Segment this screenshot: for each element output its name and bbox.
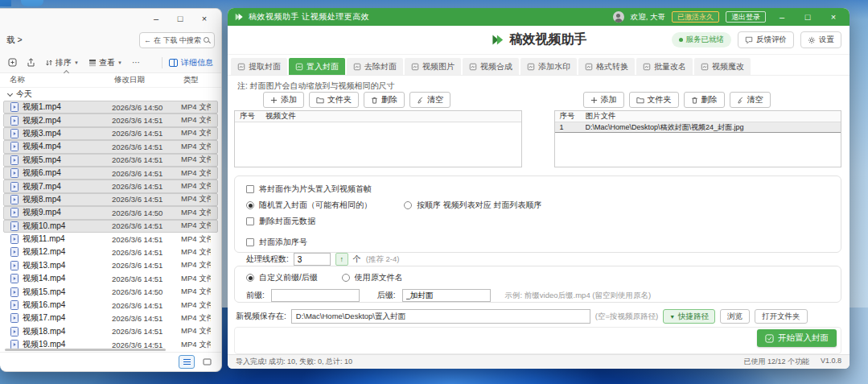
file-row[interactable]: 视频1.mp4 2026/3/6 14:50 MP4 文件: [3, 101, 218, 114]
search-icon: [204, 37, 210, 43]
gear-icon: [808, 36, 816, 44]
folder-button[interactable]: 文件夹: [309, 92, 359, 108]
trash-button[interactable]: 删除: [364, 92, 405, 108]
file-row[interactable]: 视频12.mp4 2026/3/6 14:51 MP4 文件: [3, 246, 218, 258]
file-row[interactable]: 视频13.mp4 2026/3/6 14:51 MP4 文件: [3, 259, 218, 272]
folder-button[interactable]: 文件夹: [629, 92, 679, 108]
tab[interactable]: 视频图片: [405, 58, 461, 75]
column-name[interactable]: 名称: [10, 75, 114, 85]
file-date: 2026/3/6 14:51: [112, 142, 181, 151]
file-row[interactable]: 视频2.mp4 2026/3/6 14:51 MP4 文件: [3, 114, 218, 126]
browse-button[interactable]: 浏览: [720, 309, 750, 324]
clear-button[interactable]: 清空: [730, 92, 771, 108]
file-row[interactable]: 视频20.mp4 2026/3/6 14:51 MP4 文件: [3, 351, 218, 352]
tab[interactable]: 视频合成: [463, 58, 519, 75]
file-date: 2026/3/6 14:51: [112, 182, 181, 191]
logout-button[interactable]: 退出登录: [726, 11, 766, 23]
details-toggle[interactable]: 详细信息: [162, 57, 213, 68]
open-folder-button[interactable]: 打开文件夹: [755, 309, 808, 324]
quick-path-button[interactable]: ▼ 快捷路径: [663, 309, 715, 324]
tab-icon: [295, 63, 303, 71]
tab[interactable]: 去除封面: [347, 58, 403, 75]
remove-metadata-checkbox[interactable]: [246, 217, 254, 225]
sort-button[interactable]: 排序 ▼: [45, 57, 79, 68]
license-badge[interactable]: 已激活永久: [672, 11, 719, 23]
column-type[interactable]: 类型: [183, 75, 212, 85]
random-insert-radio[interactable]: [246, 201, 254, 209]
app-minimize-button[interactable]: –: [772, 12, 792, 22]
tab-label: 视频魔改: [712, 61, 744, 72]
video-table-body[interactable]: [235, 122, 521, 167]
clear-icon: [737, 97, 744, 104]
new-icon[interactable]: [8, 58, 17, 67]
suffix-input[interactable]: [402, 289, 491, 302]
service-status-badge: 服务已就绪: [672, 32, 732, 47]
search-back-icon: ←: [144, 36, 151, 44]
plus-button[interactable]: 添加: [263, 92, 304, 108]
view-button[interactable]: 查看 ▼: [88, 57, 122, 68]
save-path-input[interactable]: [291, 309, 590, 324]
file-row[interactable]: 视频15.mp4 2026/3/6 14:50 MP4 文件: [3, 285, 218, 298]
image-table-row[interactable]: 1 D:\Mac\Home\Desktop\稿效封面\视频24_封面.jpg: [555, 122, 841, 133]
file-row[interactable]: 视频6.mp4 2026/3/6 14:51 MP4 文件: [3, 167, 218, 180]
file-row[interactable]: 视频3.mp4 2026/3/6 14:51 MP4 文件: [3, 127, 218, 140]
tab[interactable]: 提取封面: [231, 58, 287, 75]
app-close-button[interactable]: ×: [824, 12, 843, 22]
settings-button[interactable]: 设置: [800, 31, 841, 48]
thumbnail-view-toggle[interactable]: [199, 355, 215, 369]
file-row[interactable]: 视频9.mp4 2026/3/6 14:50 MP4 文件: [3, 206, 218, 219]
column-date[interactable]: 修改日期: [114, 75, 183, 85]
settings-label: 设置: [819, 35, 834, 45]
thread-count-input[interactable]: [294, 253, 331, 266]
video-file-icon: [10, 247, 19, 257]
custom-affix-radio[interactable]: [246, 274, 254, 282]
original-name-radio[interactable]: [342, 274, 350, 282]
tab[interactable]: 置入封面: [289, 58, 345, 75]
thread-up-button[interactable]: ↑: [335, 253, 348, 266]
panel-button-label: 删除: [381, 94, 397, 105]
explorer-search-box[interactable]: ← 在 下载 中搜索: [139, 32, 215, 48]
status-dot-icon: [679, 38, 683, 42]
breadcrumb[interactable]: 载 >: [6, 35, 23, 46]
horizontal-scrollbar[interactable]: [5, 349, 166, 351]
file-row[interactable]: 视频5.mp4 2026/3/6 14:51 MP4 文件: [3, 154, 218, 167]
share-icon[interactable]: [27, 58, 35, 67]
image-table-body[interactable]: 1 D:\Mac\Home\Desktop\稿效封面\视频24_封面.jpg: [555, 122, 841, 167]
file-row[interactable]: 视频8.mp4 2026/3/6 14:51 MP4 文件: [3, 193, 218, 206]
file-row[interactable]: 视频11.mp4 2026/3/6 14:51 MP4 文件: [3, 233, 218, 246]
cover-index-checkbox[interactable]: [246, 238, 254, 246]
tab[interactable]: 添加水印: [520, 58, 577, 75]
app-maximize-button[interactable]: □: [798, 12, 817, 22]
image-col-index: 序号: [555, 111, 586, 122]
video-file-icon: [10, 261, 19, 270]
explorer-maximize-button[interactable]: □: [168, 10, 192, 27]
video-col-file: 视频文件: [265, 111, 521, 122]
tab[interactable]: 视频魔改: [694, 58, 751, 75]
file-row[interactable]: 视频4.mp4 2026/3/6 14:51 MP4 文件: [3, 140, 218, 153]
tab[interactable]: 批量改名: [636, 58, 693, 75]
order-insert-radio[interactable]: [404, 201, 412, 209]
video-file-icon: [10, 221, 19, 231]
prefix-input[interactable]: [271, 289, 360, 302]
file-row[interactable]: 视频10.mp4 2026/3/6 14:51 MP4 文件: [3, 220, 218, 233]
file-row[interactable]: 视频14.mp4 2026/3/6 14:51 MP4 文件: [3, 272, 218, 285]
tab[interactable]: 格式转换: [578, 58, 635, 75]
file-row[interactable]: 视频7.mp4 2026/3/6 14:51 MP4 文件: [3, 180, 218, 192]
clear-button[interactable]: 清空: [409, 92, 450, 108]
file-row[interactable]: 视频16.mp4 2026/3/6 14:51 MP4 文件: [3, 299, 218, 312]
file-row[interactable]: 视频18.mp4 2026/3/6 14:51 MP4 文件: [3, 325, 218, 338]
group-header-today[interactable]: 今天: [0, 88, 221, 101]
explorer-address-bar: 载 > ← 在 下载 中搜索: [0, 28, 221, 52]
file-date: 2026/3/6 14:51: [112, 221, 181, 230]
trash-button[interactable]: 删除: [684, 92, 725, 108]
list-view-toggle[interactable]: [179, 355, 195, 369]
view-label: 查看: [99, 57, 115, 68]
start-insert-button[interactable]: 开始置入封面: [757, 329, 837, 347]
more-button[interactable]: ···: [132, 58, 140, 67]
plus-button[interactable]: 添加: [583, 92, 624, 108]
explorer-close-button[interactable]: ×: [192, 10, 216, 27]
head-insert-checkbox[interactable]: [246, 185, 254, 193]
explorer-minimize-button[interactable]: –: [144, 10, 168, 27]
feedback-button[interactable]: 反馈评价: [738, 31, 794, 48]
file-row[interactable]: 视频17.mp4 2026/3/6 14:51 MP4 文件: [3, 312, 218, 324]
